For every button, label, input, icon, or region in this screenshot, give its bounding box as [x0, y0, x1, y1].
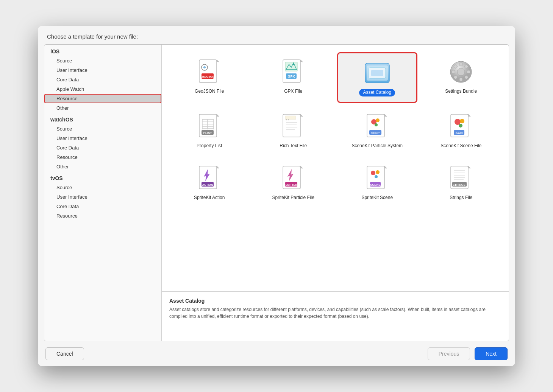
template-item-asset-catalog[interactable]: Asset Catalog [337, 52, 417, 103]
svg-rect-16 [371, 70, 383, 76]
svg-text:GEOJSON: GEOJSON [201, 75, 214, 78]
svg-text:SCENE: SCENE [370, 183, 381, 187]
template-label-scenekit-particle: SceneKit Particle System [351, 143, 403, 149]
sidebar-item-source[interactable]: Source [44, 183, 161, 192]
svg-rect-48 [285, 116, 296, 120]
previous-button[interactable]: Previous [428, 347, 470, 360]
sidebar-item-other[interactable]: Other [44, 162, 161, 171]
next-button[interactable]: Next [475, 347, 508, 360]
sidebar-item-user-interface[interactable]: User Interface [44, 134, 161, 143]
sidebar-item-core-data[interactable]: Core Data [44, 143, 161, 152]
sidebar-item-user-interface[interactable]: User Interface [44, 65, 161, 75]
template-item-spritekit-particle[interactable]: EMITTER SpriteKit Particle File [253, 159, 334, 207]
sidebar-item-core-data[interactable]: Core Data [44, 202, 161, 211]
sidebar-section-header: watchOS [44, 113, 161, 124]
template-label-scenekit-scene-file: SceneKit Scene File [441, 143, 481, 149]
svg-point-64 [459, 124, 462, 128]
description-title: Asset Catalog [169, 298, 501, 304]
sidebar-item-resource[interactable]: Resource [44, 94, 161, 103]
template-label-spritekit-scene: SpriteKit Scene [361, 195, 393, 201]
svg-text:ACTION: ACTION [202, 183, 213, 187]
template-label-strings-file: Strings File [450, 195, 472, 201]
svg-rect-23 [452, 70, 455, 73]
cancel-button[interactable]: Cancel [45, 347, 84, 360]
sidebar-section-header: tvOS [44, 171, 161, 183]
svg-point-83 [376, 170, 380, 174]
dialog: Choose a template for your new file: iOS… [38, 26, 515, 366]
sidebar-item-core-data[interactable]: Core Data [44, 75, 161, 84]
template-item-rich-text[interactable]: H Rich Text File [253, 107, 334, 155]
svg-text:SCNP: SCNP [371, 131, 380, 134]
sidebar-item-source[interactable]: Source [44, 56, 161, 65]
svg-point-62 [455, 119, 461, 125]
description-area: Asset Catalog Asset catalogs store and c… [162, 292, 509, 341]
template-item-spritekit-scene[interactable]: SCENE SpriteKit Scene [337, 159, 417, 207]
template-label-spritekit-particle: SpriteKit Particle File [272, 195, 314, 201]
description-text: Asset catalogs store and categorize reso… [169, 306, 501, 320]
svg-point-84 [375, 175, 378, 178]
template-label-spritekit-action: SpriteKit Action [194, 195, 225, 201]
sidebar-item-other[interactable]: Other [44, 103, 161, 113]
sidebar-item-user-interface[interactable]: User Interface [44, 192, 161, 202]
svg-text:PLIST: PLIST [203, 131, 212, 134]
template-item-spritekit-action[interactable]: ACTION SpriteKit Action [169, 159, 250, 207]
svg-rect-0 [199, 60, 217, 82]
svg-point-56 [375, 123, 378, 126]
sidebar: iOSSourceUser InterfaceCore DataApple Wa… [44, 45, 162, 341]
sidebar-section-header: iOS [44, 45, 161, 56]
template-label-gpx: GPX File [284, 89, 302, 95]
dialog-title: Choose a template for your new file: [38, 26, 515, 44]
template-label-asset-catalog: Asset Catalog [359, 89, 395, 96]
svg-point-18 [457, 68, 465, 76]
svg-point-55 [376, 118, 380, 122]
template-item-settings-bundle[interactable]: Settings Bundle [421, 52, 501, 103]
dialog-footer: Cancel Previous Next [38, 341, 515, 366]
sidebar-item-apple-watch[interactable]: Apple Watch [44, 84, 161, 94]
sidebar-item-resource[interactable]: Resource [44, 211, 161, 221]
template-item-geojson[interactable]: GEOJSON GeoJSON File [169, 52, 250, 103]
template-label-settings-bundle: Settings Bundle [445, 89, 477, 95]
template-item-property-list[interactable]: PLIST Property List [169, 107, 250, 155]
template-grid: GEOJSON GeoJSON File GPX GPX File Ass [162, 45, 509, 292]
svg-point-82 [371, 171, 375, 175]
main-content: GEOJSON GeoJSON File GPX GPX File Ass [162, 45, 509, 341]
svg-text:STRINGS: STRINGS [453, 183, 466, 187]
svg-rect-21 [459, 78, 462, 81]
template-item-scenekit-scene-file[interactable]: SCN SceneKit Scene File [421, 107, 501, 155]
svg-rect-25 [459, 63, 462, 66]
svg-rect-19 [467, 70, 470, 73]
template-item-scenekit-particle[interactable]: SCNP SceneKit Particle System [337, 107, 417, 155]
svg-text:SCN: SCN [456, 131, 463, 134]
template-label-geojson: GeoJSON File [195, 89, 224, 95]
template-item-gpx[interactable]: GPX GPX File [253, 52, 334, 103]
svg-text:EMITTER: EMITTER [286, 184, 297, 186]
template-label-property-list: Property List [197, 143, 222, 149]
button-group: Previous Next [428, 347, 508, 360]
template-item-strings-file[interactable]: STRINGS Strings File [421, 159, 501, 207]
template-label-rich-text: Rich Text File [280, 143, 307, 149]
svg-point-63 [460, 119, 464, 123]
svg-text:GPX: GPX [288, 75, 295, 78]
sidebar-item-source[interactable]: Source [44, 124, 161, 134]
sidebar-item-resource[interactable]: Resource [44, 152, 161, 162]
dialog-body: iOSSourceUser InterfaceCore DataApple Wa… [44, 44, 509, 341]
